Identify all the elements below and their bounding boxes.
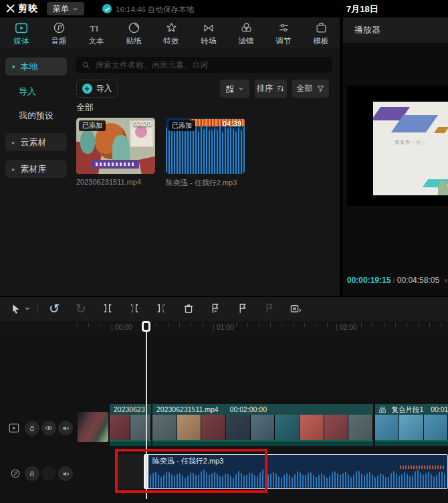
transition-icon <box>202 21 215 35</box>
audio-track-lock-icon[interactable] <box>25 466 39 481</box>
tab-media[interactable]: 媒体 <box>3 17 40 48</box>
tab-label: 调节 <box>276 37 292 45</box>
player-menu-icon[interactable] <box>444 276 448 285</box>
caret-right-icon: ▸ <box>12 139 15 146</box>
sort-button[interactable]: 排序 <box>255 80 287 98</box>
audio-track-hidden-toggle[interactable] <box>41 466 56 481</box>
video-clip-b-thumbnails[interactable] <box>152 415 373 440</box>
split-keep-left-icon[interactable] <box>127 301 142 316</box>
split-keep-right-icon[interactable] <box>154 301 169 316</box>
media-card-audio[interactable]: 已添加 04:39 <box>166 118 245 174</box>
sidebar-item-label: 素材库 <box>21 163 47 175</box>
autosave-check-icon <box>102 4 112 13</box>
cursor-tool-chevron-icon[interactable] <box>23 301 32 316</box>
split-icon[interactable] <box>100 301 115 316</box>
player-header: 播放器 <box>343 17 448 43</box>
filter-icon <box>240 21 253 35</box>
preview-shape <box>434 127 448 133</box>
media-card-video[interactable]: 已添加 02:20 <box>76 118 155 174</box>
media-card-filename: 202306231511.mp4 <box>76 178 155 186</box>
search-input[interactable] <box>94 60 326 70</box>
audio-clip-waveform-hot <box>400 466 445 469</box>
compound-clip-audio-strip[interactable] <box>375 440 448 446</box>
funnel-icon <box>316 84 325 93</box>
playhead-handle[interactable] <box>142 321 150 332</box>
thumb-subtitle-band <box>91 160 139 169</box>
tab-transition[interactable]: 转场 <box>190 17 227 48</box>
sidebar-item-import[interactable]: 导入 <box>19 86 36 98</box>
cursor-tool-icon[interactable] <box>8 301 23 316</box>
section-label: 全部 <box>76 102 94 114</box>
menu-button-label: 菜单 <box>53 3 69 15</box>
sidebar-item-library[interactable]: ▸ 素材库 <box>5 160 67 178</box>
player-stage[interactable]: 我看着一点一 <box>347 86 448 206</box>
template-icon <box>315 21 328 35</box>
flag-disabled-icon[interactable] <box>262 301 277 316</box>
tab-audio[interactable]: 音频 <box>40 17 78 48</box>
compound-clip-header[interactable]: 品 复合片段1 00:01:4 <box>375 404 448 415</box>
tab-template[interactable]: 模板 <box>302 17 340 48</box>
search-bar <box>76 57 332 73</box>
svg-text:AI: AI <box>214 309 217 313</box>
video-track-lock-icon[interactable] <box>25 421 39 435</box>
filter-button[interactable]: 全部 <box>292 80 329 98</box>
video-clip-fragment[interactable] <box>78 412 108 442</box>
video-preview-frame: 我看着一点一 <box>373 102 448 195</box>
asset-tab-bar: 媒体 音频 TI 文本 贴纸 特效 转场 <box>0 17 341 48</box>
tab-label: 特效 <box>164 37 179 45</box>
tab-sticker[interactable]: 贴纸 <box>115 17 152 48</box>
import-button[interactable]: + 导入 <box>76 80 118 98</box>
video-track-visibility-icon[interactable] <box>41 421 56 435</box>
menu-button[interactable]: 菜单 <box>47 2 84 15</box>
audio-toggle-icon[interactable] <box>288 301 303 316</box>
flag-icon[interactable] <box>235 301 250 316</box>
audio-track-type-icon <box>8 466 23 481</box>
video-clip-b-header[interactable]: 202306231511.mp4 00:02:00:00 <box>152 404 373 415</box>
compound-clip-thumbnails[interactable] <box>375 415 448 440</box>
clip-name: 20230623 <box>114 405 145 413</box>
delete-icon[interactable] <box>181 301 196 316</box>
audio-track-mute-icon[interactable] <box>58 466 73 481</box>
duration-label: 02:20 <box>133 120 152 128</box>
top-bar: 剪映 菜单 16:14:46 自动保存本地 7月18日 <box>0 0 448 17</box>
effects-icon <box>165 21 178 35</box>
video-clip-a-header[interactable]: 20230623 <box>110 404 151 415</box>
tab-label: 媒体 <box>14 37 29 45</box>
sidebar-item-label: 云素材 <box>21 136 47 148</box>
tab-filter[interactable]: 滤镜 <box>227 17 265 48</box>
preview-shape <box>438 181 448 195</box>
media-card-filename: 陈奕迅 - 任我行2.mp3 <box>166 178 245 188</box>
sidebar-item-local[interactable]: ▾ 本地 <box>5 58 67 76</box>
clip-name: 复合片段1 <box>391 405 423 413</box>
toolbar-divider <box>37 303 38 314</box>
time-current: 00:00:19:15 <box>347 276 390 285</box>
text-icon: TI <box>89 21 104 35</box>
video-clip-b-audio-strip[interactable] <box>152 440 373 446</box>
sidebar-item-cloud[interactable]: ▸ 云素材 <box>5 133 67 151</box>
search-icon <box>82 61 90 70</box>
audio-icon <box>53 21 66 35</box>
view-mode-button[interactable] <box>220 80 249 98</box>
sidebar-item-presets[interactable]: 我的预设 <box>19 110 53 122</box>
redo-icon[interactable]: ↻ <box>74 301 88 316</box>
sidebar-item-label: 本地 <box>21 61 38 73</box>
video-clip-a-thumbnails[interactable] <box>110 415 151 440</box>
tab-adjust[interactable]: 调节 <box>265 17 302 48</box>
timeline-toolbar <box>0 296 448 321</box>
time-separator: / <box>393 276 395 285</box>
compound-clip-icon: 品 <box>379 405 386 413</box>
svg-text:TI: TI <box>90 23 99 33</box>
chevron-down-icon <box>238 86 244 92</box>
video-track-type-icon <box>7 421 21 435</box>
mark-ai-icon[interactable]: AI <box>208 301 223 316</box>
video-track-mute-icon[interactable] <box>58 421 73 435</box>
tab-effects[interactable]: 特效 <box>152 17 190 48</box>
tab-label: 模板 <box>314 37 329 45</box>
sidebar-item-label: 导入 <box>19 86 36 96</box>
video-clip-a-audio-strip[interactable] <box>110 440 151 446</box>
undo-icon[interactable]: ↺ <box>47 301 62 316</box>
tab-text[interactable]: TI 文本 <box>78 17 115 48</box>
clip-name: 202306231511.mp4 <box>156 405 219 413</box>
preview-subtitle: 我看着一点一 <box>373 139 448 146</box>
annotation-highlight-box <box>115 449 267 493</box>
